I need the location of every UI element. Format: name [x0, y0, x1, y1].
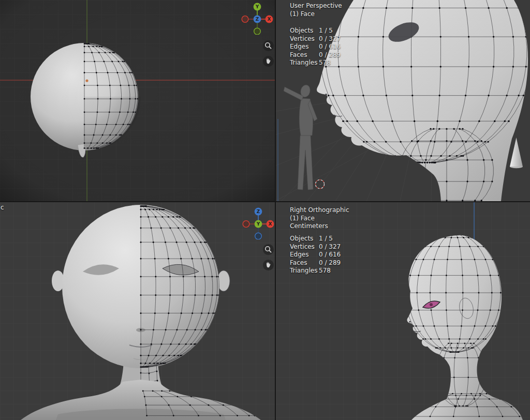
nostril [325, 94, 327, 96]
viewport-splitter-horizontal[interactable] [0, 201, 530, 203]
zoom-icon [263, 244, 274, 255]
gizmo-axis-z[interactable] [254, 16, 261, 23]
stat-faces: Faces0 / 289 [290, 259, 341, 267]
object-origin-point [85, 79, 88, 82]
zoom-icon [263, 40, 274, 51]
viewport-bottom-right[interactable]: Right Orthographic (1) Face Centimeters … [276, 202, 530, 420]
stats-panel: Objects1 / 5 Vertices0 / 327 Edges0 / 61… [290, 235, 341, 275]
stat-vertices: Vertices0 / 327 [290, 35, 341, 43]
stats-panel: Objects1 / 5 Vertices0 / 327 Edges0 / 61… [290, 27, 341, 67]
viewport-canvas-front[interactable] [0, 0, 275, 201]
zoom-button[interactable] [263, 244, 274, 255]
stat-vertices: Vertices0 / 327 [290, 243, 341, 251]
viewport-top-right[interactable]: User Perspective (1) Face Objects1 / 5 V… [276, 0, 530, 201]
viewport-canvas-front-head[interactable] [0, 202, 275, 420]
gizmo-axis-neg-x[interactable] [242, 16, 248, 23]
navigation-gizmo[interactable]: Z X Y [242, 206, 275, 239]
pan-button[interactable] [263, 260, 274, 271]
viewport-header: Right Orthographic (1) Face Centimeters [290, 206, 349, 231]
gizmo-axis-neg-x[interactable] [243, 221, 249, 228]
viewport-title: User Perspective [290, 2, 342, 10]
stat-faces: Faces0 / 289 [290, 51, 341, 59]
viewport-splitter-vertical[interactable] [274, 0, 276, 420]
pan-hand-icon [263, 56, 274, 67]
gizmo-axis-neg-y[interactable] [254, 28, 261, 35]
gizmo-axis-z[interactable] [255, 208, 262, 216]
stat-edges: Edges0 / 616 [290, 43, 341, 51]
gizmo-axis-y[interactable] [255, 220, 262, 228]
stat-objects: Objects1 / 5 [290, 235, 341, 243]
gizmo-axis-y[interactable] [254, 3, 261, 11]
viewport-top-left[interactable]: Y X Z [0, 0, 275, 201]
viewport-unit: Centimeters [290, 222, 349, 231]
navigation-gizmo[interactable]: Y X Z [241, 2, 274, 35]
stat-objects: Objects1 / 5 [290, 27, 341, 35]
pan-hand-icon [263, 260, 274, 271]
viewport-label-clipped: c [1, 204, 4, 212]
pupil [430, 303, 433, 306]
pan-button[interactable] [263, 56, 274, 67]
gizmo-axis-x[interactable] [266, 16, 273, 23]
stat-triangles: Triangles578 [290, 59, 341, 67]
nostril [409, 321, 411, 323]
blender-quad-view: Y X Z [0, 0, 530, 420]
gizmo-axis-neg-z[interactable] [255, 233, 262, 239]
stat-triangles: Triangles578 [290, 267, 341, 275]
viewport-header: User Perspective (1) Face [290, 2, 342, 18]
zoom-button[interactable] [263, 40, 274, 51]
gizmo-axis-x[interactable] [267, 220, 274, 228]
viewport-bottom-left[interactable]: c Z X Y [0, 202, 275, 420]
stat-edges: Edges0 / 616 [290, 251, 341, 259]
viewport-title: Right Orthographic [290, 206, 349, 215]
viewport-mode: (1) Face [290, 10, 342, 19]
viewport-mode: (1) Face [290, 215, 349, 223]
